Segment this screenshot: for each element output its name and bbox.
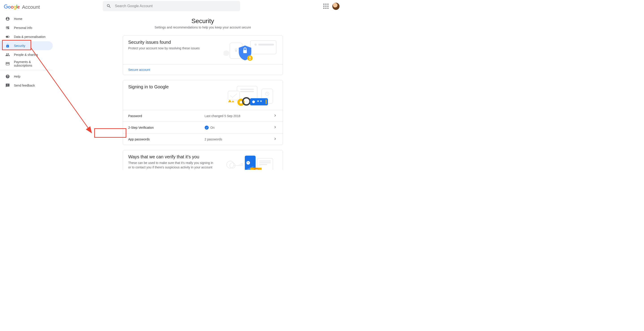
account-word: Account <box>22 4 40 10</box>
row-label: 2-Step Verification <box>128 126 205 129</box>
feedback-icon <box>6 83 10 88</box>
svg-rect-1 <box>258 44 274 45</box>
svg-rect-5 <box>235 49 237 52</box>
illustration-security-issues <box>224 40 277 61</box>
svg-rect-12 <box>240 89 254 90</box>
chevron-right-icon <box>273 137 277 142</box>
svg-rect-29 <box>260 161 270 161</box>
sidebar-item-label: Data & personalisation <box>14 35 46 38</box>
avatar[interactable] <box>332 3 340 10</box>
svg-rect-31 <box>260 164 267 165</box>
svg-point-18 <box>240 101 242 104</box>
svg-rect-14 <box>228 91 240 100</box>
row-app-passwords[interactable]: App passwords 2 passwords <box>123 133 283 145</box>
card-heading: Ways that we can verify that it's you <box>128 154 216 159</box>
row-value: On <box>205 126 273 130</box>
row-label: Password <box>128 114 205 118</box>
card-description: Protect your account now by resolving th… <box>128 46 200 51</box>
svg-rect-7 <box>243 50 247 53</box>
sidebar-item-label: Payments & subscriptions <box>14 60 47 67</box>
card-security-issues: Security issues found Protect your accou… <box>123 35 283 75</box>
check-badge-icon <box>205 126 209 130</box>
main-content: Security Settings and recommendations to… <box>63 14 343 170</box>
svg-rect-13 <box>240 91 254 92</box>
card-verify: Ways that we can verify that it's you Th… <box>123 150 283 170</box>
lock-icon <box>6 43 10 48</box>
people-icon <box>6 52 10 57</box>
search-input[interactable] <box>114 4 236 8</box>
card-heading: Security issues found <box>128 40 200 45</box>
search-bar[interactable] <box>103 1 240 11</box>
svg-text:* *: * * <box>257 99 262 104</box>
svg-point-2 <box>254 43 257 46</box>
row-value: 2 passwords <box>205 137 273 141</box>
sidebar: Home Personal info Data & personalisatio… <box>0 14 63 90</box>
svg-rect-10 <box>250 59 250 60</box>
svg-point-6 <box>224 50 229 56</box>
svg-rect-23 <box>266 100 266 104</box>
svg-text:@: @ <box>255 168 258 170</box>
chevron-right-icon <box>273 113 277 118</box>
page-title: Security <box>63 17 343 25</box>
sidebar-item-personal-info[interactable]: Personal info <box>0 23 53 32</box>
illustration-signing-in: * * <box>224 84 277 107</box>
sidebar-item-people-sharing[interactable]: People & sharing <box>0 50 53 59</box>
topbar: Account <box>0 0 343 14</box>
search-icon <box>106 3 111 8</box>
card-action-row: Secure account <box>123 64 283 75</box>
illustration-verify: @ <box>224 154 277 170</box>
row-2step[interactable]: 2-Step Verification On <box>123 122 283 133</box>
sidebar-item-label: People & sharing <box>14 53 38 56</box>
card-signing-in: Signing in to Google <box>123 80 283 145</box>
sidebar-item-help[interactable]: Help <box>0 72 53 81</box>
sidebar-item-label: Personal info <box>14 26 32 29</box>
row-value: Last changed 5 Sep 2018 <box>205 114 273 118</box>
svg-rect-30 <box>260 162 270 163</box>
sidebar-item-label: Security <box>14 44 25 47</box>
chevron-right-icon <box>273 125 277 130</box>
card-heading: Signing in to Google <box>128 84 169 89</box>
sidebar-item-label: Home <box>14 17 22 21</box>
svg-point-21 <box>252 100 255 103</box>
id-card-icon <box>6 25 10 30</box>
sidebar-item-payments[interactable]: Payments & subscriptions <box>0 59 53 68</box>
row-label: App passwords <box>128 137 205 141</box>
toggle-icon <box>6 34 10 39</box>
sidebar-item-label: Help <box>14 75 20 78</box>
card-description: These can be used to make sure that it's… <box>128 161 216 170</box>
google-logo[interactable]: Account <box>4 4 40 10</box>
credit-card-icon <box>6 61 10 66</box>
sidebar-item-data-personalisation[interactable]: Data & personalisation <box>0 32 53 41</box>
sidebar-item-security[interactable]: Security <box>0 41 53 50</box>
row-password[interactable]: Password Last changed 5 Sep 2018 <box>123 110 283 122</box>
svg-rect-9 <box>250 56 250 58</box>
user-circle-icon <box>6 16 10 21</box>
apps-icon[interactable] <box>323 3 329 9</box>
svg-rect-0 <box>250 40 276 54</box>
sidebar-item-home[interactable]: Home <box>0 14 53 23</box>
page-subtitle: Settings and recommendations to help you… <box>63 25 343 29</box>
help-icon <box>6 74 10 79</box>
sidebar-item-feedback[interactable]: Send feedback <box>0 81 53 90</box>
secure-account-link[interactable]: Secure account <box>128 68 150 71</box>
sidebar-item-label: Send feedback <box>14 84 35 87</box>
